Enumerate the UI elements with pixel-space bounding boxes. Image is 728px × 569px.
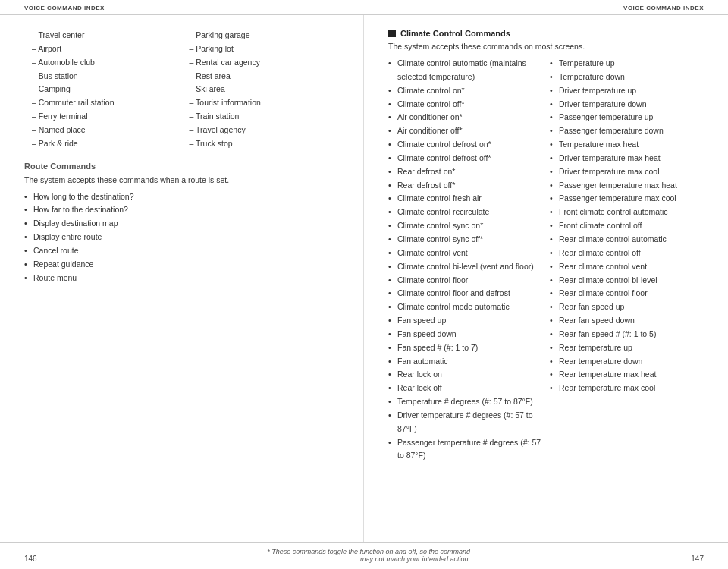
list-item: Fan speed up <box>388 314 542 328</box>
list-item: Rear defrost off* <box>388 179 542 193</box>
page-header: VOICE COMMAND INDEX VOICE COMMAND INDEX <box>0 0 728 15</box>
list-item: Temperature max heat <box>550 138 704 152</box>
list-item: Tourist information <box>182 96 340 110</box>
list-item: How far to the destination? <box>24 203 339 217</box>
list-item: Rear lock on <box>388 368 542 382</box>
list-item: Route menu <box>24 272 339 285</box>
list-item: Rear temperature max heat <box>550 368 704 382</box>
list-item: Driver temperature max heat <box>550 152 704 165</box>
list-item: Rear lock off <box>388 382 542 395</box>
list-item: Air conditioner off* <box>388 124 542 138</box>
climate-header: Climate Control Commands <box>388 29 704 38</box>
list-item: Climate control floor and defrost <box>388 287 542 300</box>
list-item: Temperature # degrees (#: 57 to 87°F) <box>388 395 542 409</box>
route-commands-list: How long to the destination?How far to t… <box>24 190 339 285</box>
list-item: Rear fan speed up <box>550 300 704 314</box>
list-item: Climate control fresh air <box>388 192 542 206</box>
list-item: Travel center <box>24 29 182 42</box>
list-item: Temperature down <box>550 71 704 84</box>
climate-col2-list: Temperature upTemperature downDriver tem… <box>550 57 704 395</box>
list-item: Park & ride <box>24 137 182 151</box>
climate-desc: The system accepts these commands on mos… <box>388 42 704 51</box>
list-item: Rest area <box>182 70 340 83</box>
list-item: Climate control vent <box>388 247 542 260</box>
list-item: Passenger temperature up <box>550 111 704 124</box>
places-col-1: Travel centerAirportAutomobile clubBus s… <box>24 29 182 151</box>
list-item: Rear fan speed down <box>550 314 704 328</box>
footnote-text: * These commands toggle the function on … <box>258 548 470 563</box>
list-item: Repeat guidance <box>24 258 339 272</box>
places-col-2: Parking garageParking lotRental car agen… <box>182 29 340 151</box>
list-item: Climate control recirculate <box>388 206 542 219</box>
list-item: Driver temperature down <box>550 98 704 112</box>
climate-col1-list: Climate control automatic (maintains sel… <box>388 57 542 463</box>
list-item: Parking lot <box>182 42 340 56</box>
list-item: Rear temperature up <box>550 341 704 355</box>
list-item: Rear defrost on* <box>388 165 542 179</box>
page-num-left: 146 <box>24 555 37 563</box>
list-item: Parking garage <box>182 29 340 42</box>
right-column: Climate Control Commands The system acce… <box>364 15 728 542</box>
places-col1-list: Travel centerAirportAutomobile clubBus s… <box>24 29 182 151</box>
places-list: Travel centerAirportAutomobile clubBus s… <box>24 29 339 151</box>
list-item: Fan speed # (#: 1 to 7) <box>388 341 542 355</box>
list-item: Ski area <box>182 83 340 96</box>
list-item: Cancel route <box>24 244 339 258</box>
page-num-right: 147 <box>691 555 704 563</box>
list-item: Rear climate control floor <box>550 287 704 300</box>
climate-title: Climate Control Commands <box>400 29 510 38</box>
list-item: Climate control on* <box>388 84 542 98</box>
list-item: Bus station <box>24 70 182 83</box>
list-item: How long to the destination? <box>24 190 339 204</box>
list-item: Driver temperature # degrees (#: 57 to 8… <box>388 409 542 436</box>
header-left-title: VOICE COMMAND INDEX <box>24 5 105 11</box>
list-item: Climate control sync off* <box>388 233 542 247</box>
list-item: Airport <box>24 42 182 56</box>
list-item: Climate control sync on* <box>388 219 542 233</box>
list-item: Air conditioner on* <box>388 111 542 124</box>
list-item: Passenger temperature # degrees (#: 57 t… <box>388 436 542 464</box>
list-item: Travel agency <box>182 124 340 137</box>
list-item: Rear temperature down <box>550 355 704 369</box>
route-section-title: Route Commands <box>24 162 339 171</box>
list-item: Truck stop <box>182 137 340 151</box>
list-item: Climate control defrost off* <box>388 152 542 165</box>
list-item: Rear climate control automatic <box>550 233 704 247</box>
route-section-desc: The system accepts these commands when a… <box>24 175 339 184</box>
climate-columns: Climate control automatic (maintains sel… <box>388 57 704 469</box>
left-column: Travel centerAirportAutomobile clubBus s… <box>0 15 364 542</box>
list-item: Temperature up <box>550 57 704 71</box>
places-col2-list: Parking garageParking lotRental car agen… <box>182 29 340 151</box>
list-item: Climate control off* <box>388 98 542 112</box>
list-item: Passenger temperature max heat <box>550 179 704 193</box>
list-item: Automobile club <box>24 56 182 70</box>
list-item: Driver temperature up <box>550 84 704 98</box>
list-item: Front climate control automatic <box>550 206 704 219</box>
main-content: Travel centerAirportAutomobile clubBus s… <box>0 15 728 542</box>
list-item: Rear temperature max cool <box>550 382 704 395</box>
page-footer: 146 * These commands toggle the function… <box>0 542 728 569</box>
list-item: Rear fan speed # (#: 1 to 5) <box>550 328 704 341</box>
header-right-title: VOICE COMMAND INDEX <box>623 5 704 11</box>
list-item: Climate control floor <box>388 274 542 288</box>
list-item: Rear climate control bi-level <box>550 274 704 288</box>
list-item: Commuter rail station <box>24 96 182 110</box>
list-item: Display entire route <box>24 231 339 244</box>
list-item: Climate control bi-level (vent and floor… <box>388 260 542 274</box>
list-item: Climate control automatic (maintains sel… <box>388 57 542 84</box>
list-item: Passenger temperature down <box>550 124 704 138</box>
climate-square-icon <box>388 30 396 37</box>
list-item: Ferry terminal <box>24 110 182 124</box>
list-item: Fan speed down <box>388 328 542 341</box>
list-item: Front climate control off <box>550 219 704 233</box>
list-item: Rear climate control off <box>550 247 704 260</box>
list-item: Train station <box>182 110 340 124</box>
list-item: Climate control mode automatic <box>388 300 542 314</box>
climate-col-1: Climate control automatic (maintains sel… <box>388 57 542 469</box>
list-item: Named place <box>24 124 182 137</box>
list-item: Camping <box>24 83 182 96</box>
page: VOICE COMMAND INDEX VOICE COMMAND INDEX … <box>0 0 728 569</box>
list-item: Rear climate control vent <box>550 260 704 274</box>
list-item: Climate control defrost on* <box>388 138 542 152</box>
climate-col-2: Temperature upTemperature downDriver tem… <box>550 57 704 469</box>
